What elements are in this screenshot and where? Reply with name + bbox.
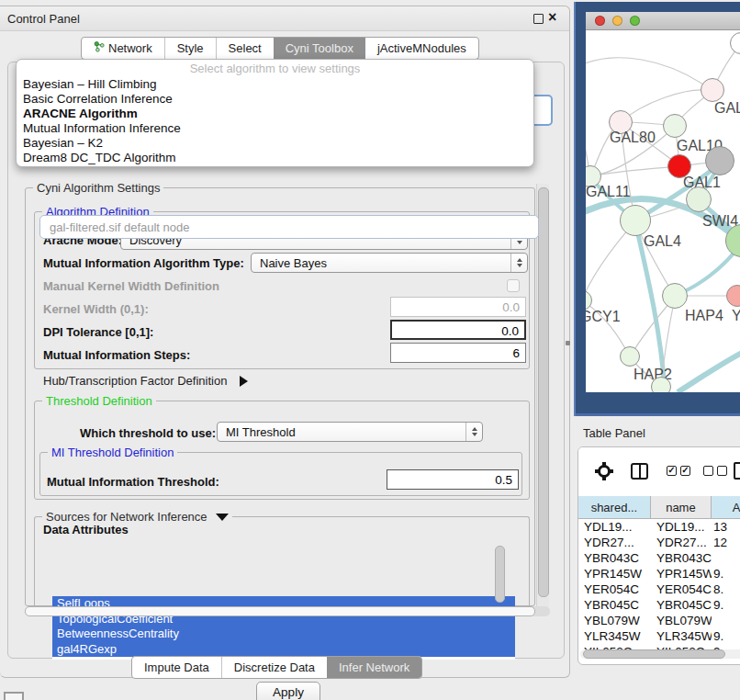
tab-jactivemnodules[interactable]: jActiveMNodules: [365, 38, 478, 59]
node-gal4[interactable]: [620, 205, 651, 236]
table-cell: YDL19...: [651, 519, 712, 535]
table-row[interactable]: YLR345WYLR345W9.: [578, 628, 740, 644]
network-window: GALGAL80GAL10GAL1GAL11SWI4GAL4GCY1HAP4YH…: [586, 12, 740, 392]
mi-steps-label: Mutual Information Steps:: [43, 348, 190, 362]
close-icon[interactable]: ×: [548, 9, 556, 26]
tab-style[interactable]: Style: [164, 38, 216, 59]
table-cell: 9.: [712, 566, 740, 581]
table-cell: [712, 550, 740, 566]
algorithm-option-aracne-algorithm[interactable]: ARACNE Algorithm: [18, 107, 532, 121]
algorithm-option-basic-correlation-inference[interactable]: Basic Correlation Inference: [18, 92, 532, 107]
algorithm-dropdown-list: Bayesian – Hill ClimbingBasic Correlatio…: [18, 77, 532, 165]
tab-cyni-toolbox[interactable]: Cyni Toolbox: [274, 38, 365, 59]
dpi-tolerance-field[interactable]: 0.0: [390, 320, 526, 340]
attribute-item-betweennesscentrality[interactable]: BetweennessCentrality: [52, 627, 515, 642]
settings-scrollbar-thumb[interactable]: [538, 187, 549, 597]
panel-splitter-handle[interactable]: [566, 341, 570, 345]
node-label-gal80: GAL80: [610, 130, 656, 146]
table-row[interactable]: YBL079WYBL079W: [578, 613, 740, 628]
node-unlabeled[interactable]: [651, 377, 671, 392]
tab-infer-network[interactable]: Infer Network: [327, 657, 421, 678]
attribute-list-scrollbar[interactable]: [495, 546, 505, 603]
stepper-icon: [510, 254, 527, 272]
settings-hscrollbar-thumb[interactable]: [25, 606, 535, 616]
table-row[interactable]: YPR145WYPR145W9.: [578, 566, 740, 581]
table-selector-combo[interactable]: gal-filtered.sif default node: [39, 215, 539, 239]
table-body: YDL19...YDL19...13YDR27...YDR27...12YBR0…: [578, 519, 740, 649]
control-panel-window: Control Panel × NetworkStyleSelectCyni T…: [0, 6, 570, 678]
node-swi4[interactable]: [686, 186, 712, 212]
tab-impute-data[interactable]: Impute Data: [132, 657, 221, 678]
settings-hscrollbar-track[interactable]: [25, 606, 550, 616]
select-columns-icon[interactable]: ✓✓: [667, 466, 690, 476]
table-row[interactable]: YBR043CYBR043C: [578, 550, 740, 566]
column-header-name[interactable]: name: [651, 496, 712, 519]
node-gal10[interactable]: [663, 114, 687, 138]
table-cell: YBL079W: [578, 613, 651, 628]
apply-button[interactable]: Apply: [256, 682, 320, 700]
algorithm-option-mutual-information-inference[interactable]: Mutual Information Inference: [18, 121, 532, 136]
manual-kernel-width-label: Manual Kernel Width Definition: [43, 279, 219, 293]
tab-network[interactable]: Network: [82, 38, 164, 59]
deselect-columns-icon[interactable]: [703, 466, 727, 476]
table-cell: YBL079W: [651, 613, 712, 628]
application-root: Control Panel × NetworkStyleSelectCyni T…: [0, 0, 740, 700]
which-threshold-combo[interactable]: MI Threshold: [217, 422, 483, 442]
node-hap4[interactable]: [662, 283, 688, 309]
table-cell: 9.: [712, 628, 740, 644]
table-hscrollbar-track[interactable]: [580, 649, 740, 659]
node-unlabeled[interactable]: [705, 146, 734, 175]
sources-title-text: Sources for Network Inference: [46, 510, 207, 524]
table-row[interactable]: YDL19...YDL19...13: [578, 519, 740, 535]
collapsed-panel-icon[interactable]: [4, 692, 24, 700]
table-row[interactable]: YBR045CYBR045C9.: [578, 597, 740, 613]
table-cell: YBR045C: [651, 597, 712, 613]
node-label-hap4: HAP4: [685, 308, 723, 324]
network-window-titlebar[interactable]: [586, 12, 740, 30]
column-header-a[interactable]: A: [712, 496, 740, 519]
control-panel-tabbar: NetworkStyleSelectCyni ToolboxjActiveMNo…: [81, 37, 479, 60]
mi-algorithm-type-combo[interactable]: Naive Bayes: [251, 253, 528, 273]
which-threshold-value: MI Threshold: [226, 425, 296, 439]
node-label-y: Y: [732, 308, 740, 324]
new-table-icon[interactable]: [734, 462, 740, 480]
network-canvas[interactable]: GALGAL80GAL10GAL1GAL11SWI4GAL4GCY1HAP4YH…: [586, 30, 740, 392]
column-header-shared[interactable]: shared...: [578, 496, 651, 519]
float-window-icon[interactable]: [533, 14, 544, 24]
table-row[interactable]: YER054CYER054C8.: [578, 581, 740, 597]
table-header-row: shared...nameA: [578, 496, 740, 519]
tab-label: Cyni Toolbox: [286, 41, 353, 55]
tab-discretize-data[interactable]: Discretize Data: [221, 657, 327, 678]
node-gal[interactable]: [701, 78, 724, 102]
gear-icon[interactable]: [597, 464, 611, 479]
mi-threshold-field[interactable]: 0.5: [387, 469, 519, 490]
algorithm-option-bayesian-hill-climbing[interactable]: Bayesian – Hill Climbing: [18, 77, 532, 92]
table-row[interactable]: YDR27...YDR27...12: [578, 535, 740, 550]
hub-definition-toggle[interactable]: Hub/Transcription Factor Definition: [43, 374, 248, 388]
attribute-item-gal4rgexp[interactable]: gal4RGexp: [52, 642, 515, 658]
control-panel-titlebar[interactable]: Control Panel ×: [0, 6, 569, 31]
dpi-tolerance-label: DPI Tolerance [0,1]:: [43, 325, 153, 339]
table-cell: YPR145W: [651, 566, 712, 581]
node-label-gcy1: GCY1: [586, 309, 621, 325]
tab-select[interactable]: Select: [216, 38, 274, 59]
algorithm-option-bayesian-k2[interactable]: Bayesian – K2: [18, 136, 532, 151]
sources-group-title[interactable]: Sources for Network Inference: [42, 510, 232, 524]
table-hscrollbar-thumb[interactable]: [583, 649, 725, 659]
settings-scrollbar-track[interactable]: [536, 184, 549, 606]
table-panel-toolbar: ✓✓: [578, 447, 740, 497]
close-traffic-light-icon[interactable]: [595, 16, 605, 26]
algorithm-dropdown-popup: Select algorithm to view settings Bayesi…: [16, 59, 534, 167]
table-cell: YBR045C: [578, 597, 651, 613]
node-hap2[interactable]: [620, 346, 640, 367]
split-table-icon[interactable]: [631, 463, 648, 480]
algorithm-option-dream8-dc-tdc-algorithm[interactable]: Dream8 DC_TDC Algorithm: [18, 151, 532, 165]
table-panel-title: Table Panel: [583, 426, 645, 440]
table-cell: YDR27...: [651, 535, 712, 550]
mi-steps-field[interactable]: 6: [390, 343, 526, 363]
zoom-traffic-light-icon[interactable]: [630, 16, 640, 26]
table-cell: YER054C: [578, 581, 651, 597]
minimize-traffic-light-icon[interactable]: [612, 16, 622, 26]
manual-kernel-width-checkbox: [507, 279, 520, 292]
hub-definition-label: Hub/Transcription Factor Definition: [43, 374, 227, 388]
